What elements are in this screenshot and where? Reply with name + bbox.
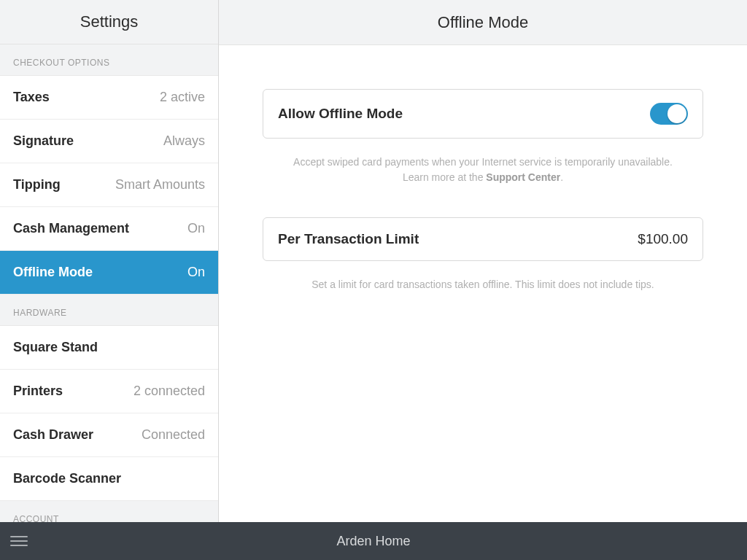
allow-offline-help: Accept swiped card payments when your In…	[263, 155, 703, 185]
section-header-hardware: HARDWARE	[0, 295, 218, 326]
location-title: Arden Home	[336, 534, 410, 549]
menu-icon[interactable]	[10, 522, 32, 560]
sidebar-item-label: Signature	[13, 133, 74, 149]
sidebar-item-label: Barcode Scanner	[13, 471, 121, 486]
sidebar-item-value: On	[187, 265, 205, 280]
sidebar-item-barcode-scanner[interactable]: Barcode Scanner	[0, 457, 218, 501]
sidebar-header: Settings	[0, 0, 218, 44]
section-header-account: ACCOUNT	[0, 501, 218, 522]
sidebar-item-taxes[interactable]: Taxes 2 active	[0, 76, 218, 120]
main-panel: Offline Mode Allow Offline Mode Accept s…	[219, 0, 747, 522]
per-transaction-limit-help: Set a limit for card transactions taken …	[263, 277, 703, 292]
sidebar-item-label: Cash Management	[13, 221, 129, 236]
sidebar-item-label: Printers	[13, 384, 63, 399]
toggle-knob	[667, 104, 686, 123]
sidebar-item-value: Smart Amounts	[115, 177, 205, 192]
allow-offline-label: Allow Offline Mode	[278, 106, 403, 122]
per-transaction-limit-card[interactable]: Per Transaction Limit $100.00	[263, 217, 703, 261]
sidebar-item-label: Cash Drawer	[13, 427, 93, 443]
sidebar-item-offline-mode[interactable]: Offline Mode On	[0, 251, 218, 295]
sidebar-item-value: On	[187, 221, 205, 236]
main-body: Allow Offline Mode Accept swiped card pa…	[219, 45, 747, 522]
sidebar-title: Settings	[80, 12, 139, 31]
per-transaction-limit-value: $100.00	[638, 231, 688, 247]
sidebar-list[interactable]: CHECKOUT OPTIONS Taxes 2 active Signatur…	[0, 44, 218, 522]
settings-sidebar: Settings CHECKOUT OPTIONS Taxes 2 active…	[0, 0, 219, 522]
support-center-link[interactable]: Support Center	[486, 171, 560, 183]
page-title: Offline Mode	[438, 13, 528, 32]
sidebar-item-tipping[interactable]: Tipping Smart Amounts	[0, 163, 218, 207]
sidebar-item-label: Offline Mode	[13, 265, 93, 280]
sidebar-item-cash-drawer[interactable]: Cash Drawer Connected	[0, 413, 218, 457]
sidebar-item-label: Taxes	[13, 90, 50, 105]
sidebar-item-value: 2 active	[160, 90, 205, 105]
bottom-bar: Arden Home	[0, 522, 747, 560]
sidebar-item-signature[interactable]: Signature Always	[0, 120, 218, 163]
sidebar-item-value: Always	[163, 133, 205, 149]
main-header: Offline Mode	[219, 0, 747, 45]
sidebar-item-printers[interactable]: Printers 2 connected	[0, 370, 218, 413]
sidebar-item-square-stand[interactable]: Square Stand	[0, 326, 218, 370]
sidebar-item-label: Square Stand	[13, 340, 98, 355]
per-transaction-limit-label: Per Transaction Limit	[278, 231, 419, 247]
allow-offline-toggle[interactable]	[650, 103, 688, 125]
sidebar-item-value: Connected	[142, 427, 205, 443]
section-header-checkout-options: CHECKOUT OPTIONS	[0, 44, 218, 76]
allow-offline-card: Allow Offline Mode	[263, 89, 703, 139]
sidebar-item-cash-management[interactable]: Cash Management On	[0, 207, 218, 251]
sidebar-item-value: 2 connected	[133, 384, 205, 399]
sidebar-item-label: Tipping	[13, 177, 61, 192]
